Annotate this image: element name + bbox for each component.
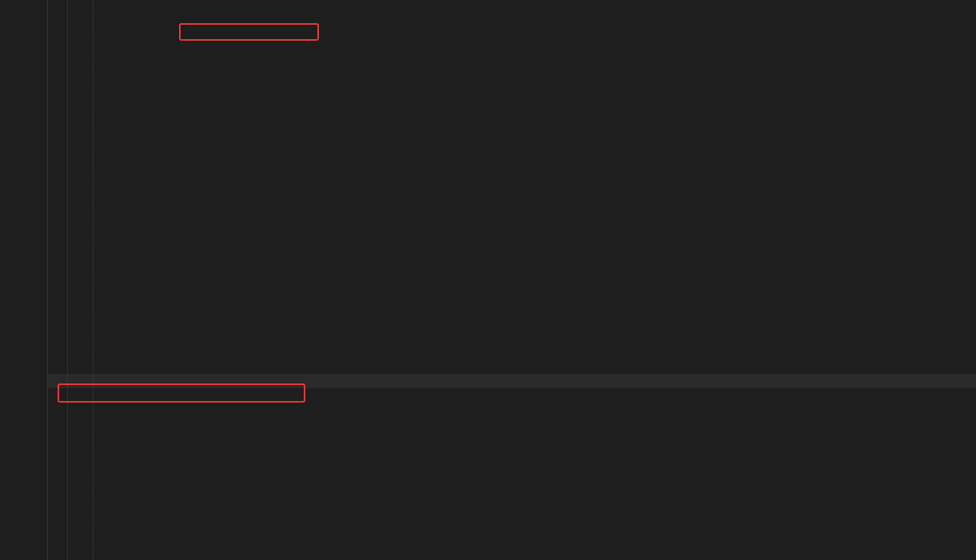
current-line-highlight: [48, 374, 976, 388]
gutter: [0, 0, 48, 560]
highlight-box-foreach-async: [179, 23, 319, 41]
highlight-box-foreach-sync: [58, 383, 305, 403]
code-editor[interactable]: [0, 0, 976, 560]
code-area[interactable]: [48, 0, 976, 560]
